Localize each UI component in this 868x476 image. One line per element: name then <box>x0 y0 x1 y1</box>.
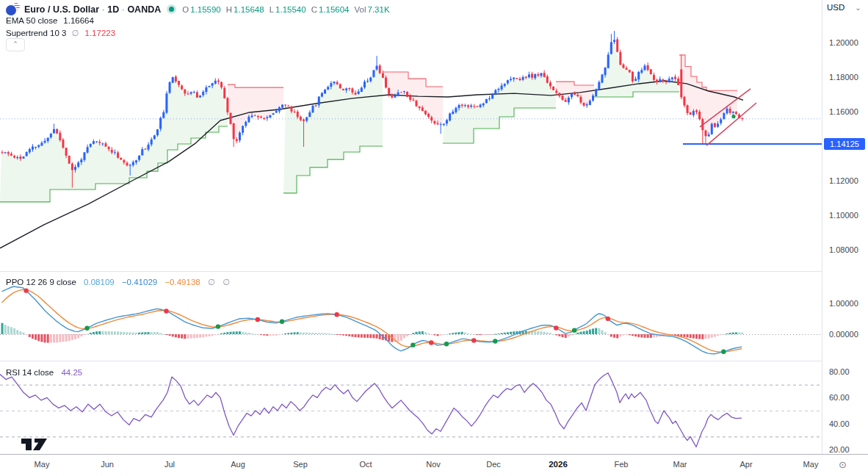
ppo-axis-label: 1.00000 <box>829 299 858 309</box>
ema-value: 1.16664 <box>63 16 94 25</box>
month-label: May <box>35 460 50 469</box>
rsi-axis-label: 60.00 <box>829 393 850 403</box>
open-value: 1.15590 <box>190 5 221 14</box>
pane-separator[interactable] <box>0 271 868 272</box>
volume-value: 7.31K <box>368 5 390 14</box>
price-axis-label: 1.12000 <box>829 176 858 186</box>
rsi-label: RSI 14 close <box>6 368 54 377</box>
month-label: Feb <box>615 460 629 469</box>
ppo-hist-value: 0.08109 <box>84 278 115 286</box>
rsi-legend-row[interactable]: RSI 14 close 44.25 <box>6 368 82 377</box>
empty-value-icon: ∅ <box>71 29 79 37</box>
month-label: Nov <box>426 460 441 469</box>
ema-label: EMA 50 close <box>6 16 57 25</box>
supertrend-label: Supertrend 10 3 <box>6 29 66 37</box>
year-label: 2026 <box>549 460 568 469</box>
price-axis-label: 1.10000 <box>829 211 858 220</box>
ppo-legend-row[interactable]: PPO 12 26 9 close 0.08109 −0.41029 −0.49… <box>6 277 230 287</box>
tradingview-logo-icon <box>21 436 54 452</box>
symbol-title[interactable]: Euro / U.S. Dollar · 1D · OANDA <box>24 4 161 15</box>
ppo-signal-value: −0.49138 <box>164 278 200 286</box>
empty-value-icon: ∅ <box>208 278 215 286</box>
month-label: Dec <box>486 460 501 469</box>
currency-selector[interactable]: USD ⌄ <box>827 3 861 12</box>
price-axis-label: 1.18000 <box>829 73 858 82</box>
low-value: 1.15540 <box>275 5 306 14</box>
month-label: Mar <box>673 460 687 469</box>
ema-legend-row[interactable]: EMA 50 close1.16664 <box>6 16 94 25</box>
rsi-axis-label: 40.00 <box>829 419 850 429</box>
month-label: Jun <box>101 460 114 469</box>
month-label: Jul <box>164 460 175 469</box>
ohlc-values: O1.15590 H1.15648 L1.15540 C1.15604 Vol7… <box>182 5 393 14</box>
month-label: Aug <box>231 460 245 469</box>
rsi-axis-label: 80.00 <box>829 367 850 377</box>
empty-value-icon: ∅ <box>223 278 230 286</box>
symbol-legend[interactable]: Euro / U.S. Dollar · 1D · OANDA O1.15590… <box>6 3 394 15</box>
supertrend-value: 1.17223 <box>85 29 116 37</box>
supertrend-legend-row[interactable]: Supertrend 10 3∅1.17223 <box>6 28 115 38</box>
market-status-icon[interactable] <box>169 7 174 12</box>
ppo-line-value: −0.41029 <box>122 278 157 286</box>
month-label: Oct <box>359 460 372 469</box>
currency-label: USD <box>827 3 845 12</box>
price-axis-label: 1.08000 <box>829 245 858 255</box>
month-label: Sep <box>293 460 308 469</box>
ppo-label: PPO 12 26 9 close <box>6 278 76 286</box>
high-value: 1.15648 <box>234 5 264 14</box>
chevron-up-icon: ⌃ <box>12 40 18 48</box>
rsi-value: 44.25 <box>61 368 82 377</box>
chart-canvas[interactable] <box>0 0 822 454</box>
price-axis-active-label: 1.14125 <box>824 138 865 150</box>
tradingview-logo[interactable] <box>21 436 54 455</box>
price-axis-label: 1.20000 <box>829 38 858 48</box>
chevron-down-icon: ⌄ <box>855 4 861 12</box>
close-value: 1.15604 <box>319 5 350 14</box>
pane-separator[interactable] <box>0 361 868 361</box>
ppo-axis-label: 0.00000 <box>829 330 858 339</box>
price-axis-label: 1.16000 <box>829 107 858 117</box>
price-axis[interactable]: 1.200001.180001.160001.120001.100001.080… <box>822 0 868 454</box>
timezone-settings-icon[interactable]: ⊙ <box>839 459 847 470</box>
month-label: May <box>803 460 819 469</box>
currency-pair-icon <box>6 3 20 15</box>
month-label: Apr <box>739 460 752 469</box>
trading-chart-window: Euro / U.S. Dollar · 1D · OANDA O1.15590… <box>0 0 868 476</box>
collapse-legend-button[interactable]: ⌃ <box>6 38 25 51</box>
time-axis[interactable]: MayJunJulAugSepOctNovDec2026FebMarAprMay… <box>0 454 868 476</box>
